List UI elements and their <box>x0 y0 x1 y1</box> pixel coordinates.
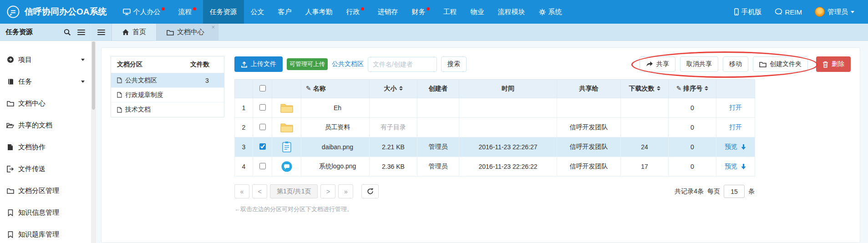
total-records: 共记录4条 <box>675 187 704 196</box>
header-name[interactable]: ✎名称 <box>301 80 370 98</box>
file-name[interactable]: 员工资料 <box>301 118 370 137</box>
header-downloads[interactable]: 下载次数 <box>621 80 669 98</box>
tab-home[interactable]: 首页 <box>112 24 157 40</box>
menu-administration[interactable]: 行政 <box>340 0 371 24</box>
table-row-selected: 3 <box>235 137 755 157</box>
main-menu: 个人办公 流程 任务资源 公文 客户 人事考勤 行政 进销存 财务 <box>116 0 569 24</box>
file-share: 信呼开发团队 <box>557 118 621 137</box>
file-size: 有子目录 <box>370 118 417 137</box>
file-downloads: 17 <box>621 157 669 177</box>
sidebar-menu-icon[interactable] <box>77 30 85 35</box>
sidebar-item-file-transfer[interactable]: 文件传送 <box>0 158 91 180</box>
sidebar-item-doc-center[interactable]: 文档中心 <box>0 92 91 114</box>
page-indicator[interactable]: 第1页/共1页 <box>270 184 318 198</box>
preview-link[interactable]: 预览 <box>725 162 737 170</box>
sidebar-item-partition-mgmt[interactable]: 文档分区管理 <box>0 180 91 202</box>
sidebar-item-shared-docs[interactable]: 共享的文档 <box>0 114 91 136</box>
search-button[interactable]: 搜索 <box>441 56 467 72</box>
tab-doc-center[interactable]: 文档中心 × <box>157 24 218 40</box>
sidebar-item-doc-collab[interactable]: 文档协作 <box>0 136 91 158</box>
sidebar-item-task[interactable]: 任务 <box>0 71 91 92</box>
sidebar-item-project[interactable]: 项目 <box>0 49 91 71</box>
file-name[interactable]: 系统logo.png <box>301 157 370 177</box>
close-icon[interactable]: × <box>211 24 215 30</box>
collapse-sidebar-icon[interactable] <box>91 24 112 40</box>
scrollbar-thumb[interactable] <box>92 41 95 110</box>
file-outline-icon <box>117 107 122 113</box>
file-share: 信呼开发团队 <box>557 157 621 177</box>
logo-bubble-icon <box>6 5 20 19</box>
menu-official-doc[interactable]: 公文 <box>244 0 271 24</box>
partition-count: 3 <box>190 77 224 84</box>
reim-link[interactable]: REIM <box>775 8 802 16</box>
unshare-button[interactable]: 取消共享 <box>680 56 718 72</box>
share-icon <box>646 61 653 67</box>
partition-row-tech-docs[interactable]: 技术文档 <box>111 102 224 117</box>
last-page-button[interactable]: » <box>338 184 353 198</box>
share-button[interactable]: 共享 <box>640 56 675 72</box>
select-all-checkbox[interactable] <box>259 85 266 91</box>
prev-page-button[interactable]: < <box>252 184 267 198</box>
menu-customer[interactable]: 客户 <box>271 0 299 24</box>
menu-workflow-module[interactable]: 流程模块 <box>491 0 532 24</box>
menu-task-resources[interactable]: 任务资源 <box>203 0 244 24</box>
phone-icon <box>734 8 739 15</box>
upload-button[interactable]: 上传文件 <box>234 56 283 72</box>
table-row: 2 员工资料 <box>235 118 755 137</box>
app-logo[interactable]: 信呼协同办公OA系统 <box>0 0 116 24</box>
preview-link[interactable]: 预览 <box>725 143 737 150</box>
menu-engineering[interactable]: 工程 <box>437 0 464 24</box>
row-checkbox-cell <box>253 118 272 137</box>
partition-row-admin-rules[interactable]: 行政规章制度 <box>111 88 224 102</box>
header-size[interactable]: 大小 <box>370 80 417 98</box>
open-link[interactable]: 打开 <box>729 123 742 131</box>
partition-col-name: 文档分区 <box>111 61 190 69</box>
refresh-button[interactable] <box>361 184 379 198</box>
user-menu[interactable]: 管理员 <box>815 7 854 17</box>
current-partition-link[interactable]: 公共文档区 <box>332 60 364 68</box>
download-icon[interactable] <box>741 144 746 150</box>
row-checkbox-cell <box>253 137 272 157</box>
menu-finance[interactable]: 财务 <box>405 0 437 24</box>
file-name[interactable]: daiban.png <box>301 137 370 157</box>
file-outline-icon <box>117 92 122 98</box>
create-folder-button[interactable]: 创建文件夹 <box>753 56 808 72</box>
delete-button[interactable]: 删除 <box>816 56 851 72</box>
first-page-button[interactable]: « <box>234 184 249 198</box>
menu-system[interactable]: 系统 <box>532 0 569 24</box>
row-checkbox[interactable] <box>259 124 266 130</box>
menu-personal-office[interactable]: 个人办公 <box>116 0 172 24</box>
menu-workflow[interactable]: 流程 <box>172 0 203 24</box>
menu-inventory[interactable]: 进销存 <box>371 0 405 24</box>
download-icon[interactable] <box>741 163 746 170</box>
open-link[interactable]: 打开 <box>729 104 742 111</box>
header-share[interactable]: 共享给 <box>557 80 621 98</box>
sidebar-item-knowledge-info[interactable]: 知识信息管理 <box>0 202 91 223</box>
file-time <box>459 118 557 137</box>
sidebar-scrollbar[interactable] <box>91 41 96 243</box>
next-page-button[interactable]: > <box>320 184 335 198</box>
search-input[interactable] <box>368 57 437 72</box>
per-page-input[interactable]: 15 <box>724 185 745 198</box>
file-name[interactable]: Eh <box>301 98 370 118</box>
mobile-version-link[interactable]: 手机版 <box>734 8 762 16</box>
row-checkbox[interactable] <box>259 143 266 150</box>
row-checkbox[interactable] <box>259 104 266 111</box>
per-page-label: 每页 <box>707 187 720 196</box>
move-button[interactable]: 移动 <box>723 56 748 72</box>
header-order[interactable]: ✎排序号 <box>669 80 716 98</box>
sidebar-item-knowledge-bank[interactable]: 知识题库管理 <box>0 223 91 243</box>
file-share: 信呼开发团队 <box>557 137 621 157</box>
folder-yellow-icon <box>272 118 301 137</box>
pencil-icon: ✎ <box>676 85 682 92</box>
menu-property[interactable]: 物业 <box>464 0 491 24</box>
partition-row-public[interactable]: 公共文档区 3 <box>111 73 224 88</box>
menu-hr-attendance[interactable]: 人事考勤 <box>299 0 340 24</box>
book-icon <box>6 78 14 85</box>
tab-strip: 任务资源 首页 <box>0 24 868 41</box>
header-creator[interactable]: 创建者 <box>417 80 459 98</box>
search-icon[interactable] <box>64 29 71 36</box>
partition-col-count: 文件数 <box>190 61 224 69</box>
header-time[interactable]: 时间 <box>459 80 557 98</box>
row-checkbox[interactable] <box>259 163 266 169</box>
